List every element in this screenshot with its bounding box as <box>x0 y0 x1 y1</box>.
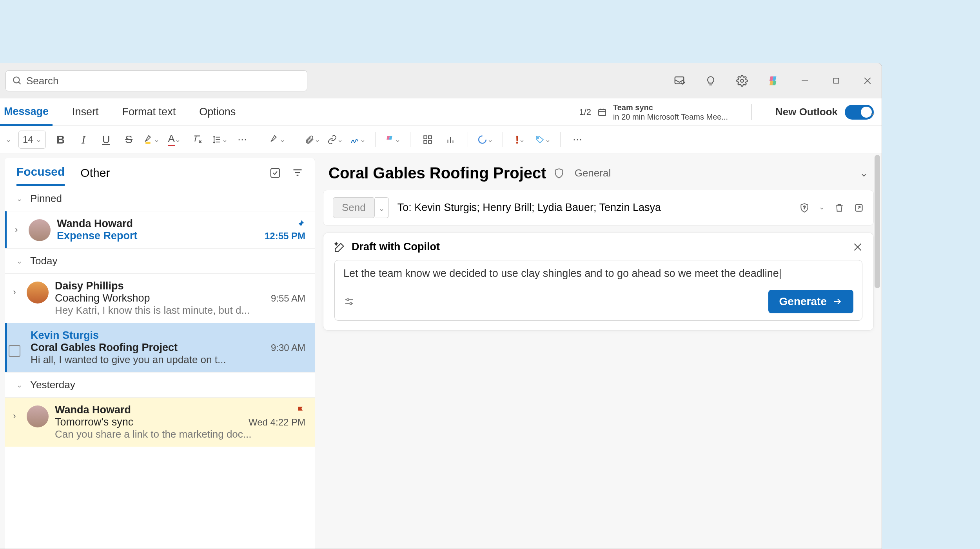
copilot-ribbon-icon[interactable]: ⌄ <box>385 132 401 147</box>
svg-point-0 <box>13 77 19 83</box>
reminder-count: 1/2 <box>579 107 591 117</box>
search-placeholder: Search <box>26 75 58 87</box>
adjust-icon[interactable] <box>343 296 355 307</box>
poll-button[interactable] <box>443 132 458 147</box>
svg-point-35 <box>350 303 352 305</box>
tab-options[interactable]: Options <box>195 98 240 125</box>
more-formatting-button[interactable]: ⋯ <box>235 132 250 147</box>
copilot-prompt-input[interactable]: Let the team know we decided to use clay… <box>334 260 862 321</box>
generate-button[interactable]: Generate <box>768 290 853 313</box>
message-time: 9:30 AM <box>271 342 305 353</box>
signature-button[interactable]: ⌄ <box>350 132 366 147</box>
new-outlook-label: New Outlook <box>775 106 838 118</box>
delete-icon[interactable] <box>834 203 844 213</box>
menu-bar: Message Insert Format text Options 1/2 T… <box>0 98 882 126</box>
search-input[interactable]: Search <box>5 70 307 91</box>
filter-icon[interactable] <box>292 167 303 179</box>
shield-icon <box>554 168 564 179</box>
copilot-icon[interactable] <box>767 75 780 87</box>
message-list-pane: Focused Other ⌄Pinned › Wanda Howard Exp… <box>5 158 315 549</box>
tab-format-text[interactable]: Format text <box>118 98 180 125</box>
italic-button[interactable]: I <box>76 132 91 147</box>
section-pinned[interactable]: ⌄Pinned <box>5 186 315 211</box>
compose-header: Send ⌄ To: Kevin Sturgis; Henry Brill; L… <box>323 190 874 225</box>
checkbox[interactable] <box>9 345 20 357</box>
close-button[interactable] <box>861 75 874 87</box>
svg-rect-19 <box>428 140 432 144</box>
section-today[interactable]: ⌄Today <box>5 248 315 273</box>
line-spacing-button[interactable]: ⌄ <box>212 132 228 147</box>
tab-focused[interactable]: Focused <box>16 165 65 186</box>
message-from: Kevin Sturgis <box>31 329 305 342</box>
send-dropdown[interactable]: ⌄ <box>375 197 389 218</box>
collapse-ribbon-icon[interactable]: ⌄ <box>869 108 876 154</box>
message-item[interactable]: › Daisy Phillips Coaching Workshop9:55 A… <box>5 273 315 323</box>
tab-message[interactable]: Message <box>0 99 53 126</box>
font-color-button[interactable]: A ⌄ <box>167 132 182 147</box>
chevron-down-icon[interactable]: ⌄ <box>860 167 868 179</box>
message-preview: Hi all, I wanted to give you an update o… <box>31 354 305 366</box>
expand-icon[interactable]: › <box>11 218 22 242</box>
calendar-icon <box>597 107 607 117</box>
expand-icon[interactable]: › <box>9 280 20 316</box>
message-subject: Tomorrow's sync <box>55 416 133 428</box>
maximize-button[interactable] <box>830 75 842 87</box>
settings-icon[interactable] <box>736 75 748 87</box>
section-yesterday[interactable]: ⌄Yesterday <box>5 372 315 397</box>
avatar <box>27 405 49 427</box>
attach-button[interactable]: ⌄ <box>305 132 320 147</box>
svg-rect-16 <box>424 136 427 139</box>
general-label: General <box>575 167 611 179</box>
tag-button[interactable]: ⌄ <box>535 132 551 147</box>
svg-rect-8 <box>599 109 606 116</box>
highlight-button[interactable]: ⌄ <box>144 132 160 147</box>
bold-button[interactable]: B <box>53 132 69 147</box>
message-item[interactable]: › Wanda Howard Expense Report12:55 PM <box>5 211 315 248</box>
close-copilot-icon[interactable] <box>853 242 862 252</box>
link-button[interactable]: ⌄ <box>327 132 343 147</box>
svg-rect-5 <box>834 78 839 84</box>
apps-button[interactable] <box>420 132 436 147</box>
message-from: Daisy Phillips <box>55 280 305 292</box>
svg-text:?: ? <box>803 205 806 210</box>
title-bar: Search <box>0 63 882 98</box>
styles-button[interactable]: ⌄ <box>270 132 285 147</box>
lightbulb-icon[interactable] <box>704 75 717 87</box>
reading-pane: Coral Gables Roofing Project General ⌄ S… <box>315 153 882 549</box>
reminder-title: Team sync <box>613 103 728 112</box>
expand-icon[interactable]: › <box>9 404 20 440</box>
send-button[interactable]: Send <box>333 197 375 218</box>
sensitivity-icon[interactable]: ? <box>799 203 809 213</box>
message-from: Wanda Howard <box>57 218 133 230</box>
message-item-selected[interactable]: Kevin Sturgis Coral Gables Roofing Proje… <box>5 323 315 372</box>
font-size-select[interactable]: 14 ⌄ <box>18 131 46 149</box>
calendar-reminder[interactable]: 1/2 Team sync in 20 min Microsoft Teams … <box>579 103 728 122</box>
message-time: 12:55 PM <box>265 231 305 242</box>
svg-rect-17 <box>428 136 432 139</box>
strikethrough-button[interactable]: S <box>121 132 137 147</box>
tab-insert[interactable]: Insert <box>68 98 103 125</box>
importance-button[interactable]: ! ⌄ <box>512 132 528 147</box>
popout-icon[interactable] <box>854 203 864 213</box>
chevron-down-icon[interactable]: ⌄ <box>819 203 825 213</box>
select-all-icon[interactable] <box>269 167 281 179</box>
message-time: Wed 4:22 PM <box>249 417 305 428</box>
svg-point-33 <box>347 299 349 301</box>
avatar <box>29 219 51 241</box>
message-time: 9:55 AM <box>271 293 305 304</box>
loop-button[interactable]: ⌄ <box>477 132 493 147</box>
minimize-button[interactable] <box>799 75 811 87</box>
message-item[interactable]: › Wanda Howard Tomorrow's syncWed 4:22 P… <box>5 397 315 447</box>
copilot-title: Draft with Copilot <box>352 241 440 253</box>
clear-format-button[interactable] <box>189 132 205 147</box>
chevron-down-icon[interactable]: ⌄ <box>5 135 11 144</box>
expand-icon[interactable] <box>9 329 20 366</box>
svg-line-1 <box>18 82 20 84</box>
scrollbar[interactable] <box>875 155 880 288</box>
more-ribbon-button[interactable]: ⋯ <box>570 132 586 147</box>
formatting-ribbon: ⌄ 14 ⌄ B I U S ⌄ A ⌄ ⌄ ⋯ ⌄ ⌄ ⌄ ⌄ ⌄ ⌄ ! ⌄… <box>0 126 882 153</box>
underline-button[interactable]: U <box>98 132 114 147</box>
tab-other[interactable]: Other <box>80 166 110 185</box>
inbox-icon[interactable] <box>673 75 686 87</box>
svg-point-3 <box>740 79 744 82</box>
